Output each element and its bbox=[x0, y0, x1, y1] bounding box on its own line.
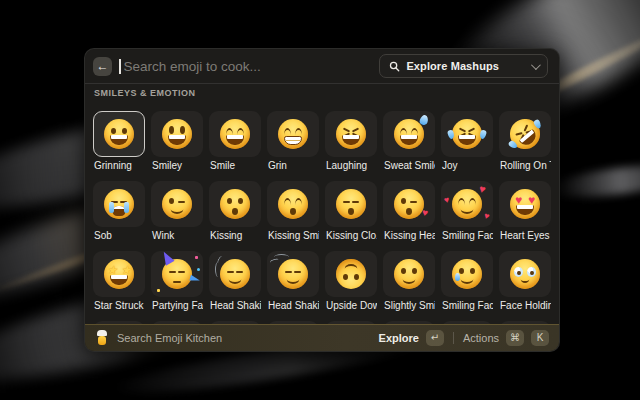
emoji-label: Smiling Fac... bbox=[441, 229, 493, 242]
emoji-tile[interactable] bbox=[499, 181, 551, 227]
emoji-tile[interactable] bbox=[499, 251, 551, 297]
emoji-tile[interactable] bbox=[441, 251, 493, 297]
emoji-cell[interactable]: Head Shaki... bbox=[267, 251, 319, 312]
emoji-face bbox=[336, 119, 366, 149]
emoji-kitchen-window: ← Explore Mashups SMILEYS & EMOTION Grin… bbox=[84, 48, 560, 352]
explore-mashups-dropdown[interactable]: Explore Mashups bbox=[379, 54, 548, 78]
emoji-tile[interactable] bbox=[93, 111, 145, 157]
emoji-face bbox=[220, 119, 250, 149]
emoji-label: Face Holdin... bbox=[499, 299, 551, 312]
emoji-face bbox=[394, 119, 424, 149]
emoji-face bbox=[452, 189, 482, 219]
emoji-cell[interactable]: Partying Face bbox=[151, 251, 203, 312]
search-icon bbox=[389, 61, 400, 72]
emoji-tile[interactable] bbox=[209, 111, 261, 157]
emoji-tile[interactable] bbox=[151, 251, 203, 297]
emoji-cell[interactable]: Laughing bbox=[325, 111, 377, 172]
emoji-tile[interactable] bbox=[441, 111, 493, 157]
explore-action-label[interactable]: Explore bbox=[379, 332, 419, 344]
emoji-label: Slightly Smil... bbox=[383, 299, 435, 312]
emoji-tile[interactable] bbox=[325, 251, 377, 297]
search-bar: ← Explore Mashups bbox=[85, 49, 559, 83]
emoji-label: Kissing Smil... bbox=[267, 229, 319, 242]
emoji-tile[interactable] bbox=[267, 181, 319, 227]
emoji-face bbox=[278, 189, 308, 219]
emoji-cell[interactable]: Head Shaki... bbox=[209, 251, 261, 312]
emoji-face bbox=[336, 259, 366, 289]
emoji-cell[interactable]: Kissing Clo... bbox=[325, 181, 377, 242]
emoji-label: Smiling Fac... bbox=[441, 299, 493, 312]
emoji-cell[interactable]: Sob bbox=[93, 181, 145, 242]
emoji-face bbox=[104, 259, 134, 289]
emoji-face bbox=[504, 113, 546, 155]
emoji-cell[interactable]: Grinning bbox=[93, 111, 145, 172]
emoji-face bbox=[162, 189, 192, 219]
actions-menu-label[interactable]: Actions bbox=[463, 332, 499, 344]
emoji-cell[interactable]: Sweat Smile bbox=[383, 111, 435, 172]
emoji-cell[interactable]: Star Struck bbox=[93, 251, 145, 312]
emoji-face bbox=[336, 189, 366, 219]
emoji-tile[interactable] bbox=[209, 181, 261, 227]
emoji-face bbox=[278, 119, 308, 149]
emoji-label: Smiley bbox=[151, 159, 203, 172]
emoji-face bbox=[394, 189, 424, 219]
divider bbox=[85, 83, 559, 84]
emoji-cell[interactable]: Smiling Fac... bbox=[441, 181, 493, 242]
emoji-cell[interactable]: Face Holdin... bbox=[499, 251, 551, 312]
emoji-tile[interactable] bbox=[499, 111, 551, 157]
emoji-cell[interactable]: Grin bbox=[267, 111, 319, 172]
emoji-label: Wink bbox=[151, 229, 203, 242]
emoji-label: Grin bbox=[267, 159, 319, 172]
section-title: SMILEYS & EMOTION bbox=[94, 88, 196, 98]
emoji-label: Rolling On T... bbox=[499, 159, 551, 172]
emoji-tile[interactable] bbox=[151, 111, 203, 157]
emoji-cell[interactable]: Kissing bbox=[209, 181, 261, 242]
app-label: Search Emoji Kitchen bbox=[117, 332, 222, 344]
emoji-face bbox=[220, 189, 250, 219]
emoji-label: Upside Dow... bbox=[325, 299, 377, 312]
emoji-tile[interactable] bbox=[267, 251, 319, 297]
emoji-cell[interactable]: Rolling On T... bbox=[499, 111, 551, 172]
emoji-label: Partying Face bbox=[151, 299, 203, 312]
emoji-face bbox=[104, 119, 134, 149]
emoji-label: Kissing Clo... bbox=[325, 229, 377, 242]
emoji-cell[interactable]: Joy bbox=[441, 111, 493, 172]
emoji-face bbox=[220, 259, 250, 289]
emoji-face bbox=[452, 119, 482, 149]
back-button[interactable]: ← bbox=[93, 57, 112, 76]
emoji-label: Kissing Heart bbox=[383, 229, 435, 242]
emoji-tile[interactable] bbox=[93, 251, 145, 297]
chef-icon bbox=[95, 330, 109, 346]
emoji-tile[interactable] bbox=[383, 181, 435, 227]
emoji-cell[interactable]: Heart Eyes bbox=[499, 181, 551, 242]
emoji-grid: GrinningSmileySmileGrinLaughingSweat Smi… bbox=[93, 105, 551, 324]
emoji-face bbox=[162, 119, 192, 149]
emoji-cell[interactable]: Slightly Smil... bbox=[383, 251, 435, 312]
emoji-label: Laughing bbox=[325, 159, 377, 172]
emoji-tile[interactable] bbox=[267, 111, 319, 157]
emoji-cell[interactable]: Upside Dow... bbox=[325, 251, 377, 312]
emoji-cell[interactable]: Kissing Heart bbox=[383, 181, 435, 242]
emoji-face bbox=[452, 259, 482, 289]
return-key-icon: ↵ bbox=[426, 330, 444, 346]
emoji-tile[interactable] bbox=[325, 181, 377, 227]
emoji-tile[interactable] bbox=[383, 251, 435, 297]
emoji-cell[interactable]: Smiling Fac... bbox=[441, 251, 493, 312]
emoji-tile[interactable] bbox=[151, 181, 203, 227]
command-key-icon: ⌘ bbox=[506, 330, 524, 346]
emoji-cell[interactable]: Smiley bbox=[151, 111, 203, 172]
emoji-face bbox=[510, 189, 540, 219]
search-input[interactable] bbox=[122, 58, 380, 75]
emoji-tile[interactable] bbox=[441, 181, 493, 227]
emoji-cell[interactable]: Wink bbox=[151, 181, 203, 242]
emoji-tile[interactable] bbox=[93, 181, 145, 227]
emoji-label: Smile bbox=[209, 159, 261, 172]
chevron-down-icon bbox=[531, 60, 541, 70]
emoji-tile[interactable] bbox=[325, 111, 377, 157]
emoji-label: Sob bbox=[93, 229, 145, 242]
emoji-cell[interactable]: Smile bbox=[209, 111, 261, 172]
emoji-face bbox=[510, 259, 540, 289]
emoji-tile[interactable] bbox=[209, 251, 261, 297]
emoji-tile[interactable] bbox=[383, 111, 435, 157]
emoji-cell[interactable]: Kissing Smil... bbox=[267, 181, 319, 242]
